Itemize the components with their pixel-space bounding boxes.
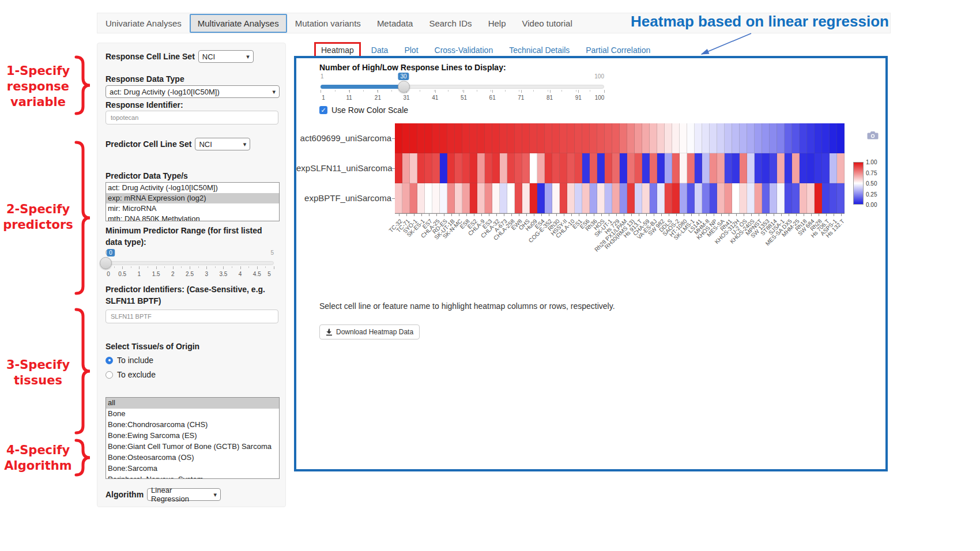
heatmap-cell[interactable]: [642, 153, 650, 183]
heatmap-cell[interactable]: [635, 123, 642, 153]
heatmap-cell[interactable]: [665, 123, 672, 153]
heatmap-cell[interactable]: [545, 183, 552, 213]
heatmap-cell[interactable]: [395, 123, 402, 153]
heatmap-cell[interactable]: [687, 123, 695, 153]
heatmap-cell[interactable]: [612, 123, 620, 153]
heatmap-cell[interactable]: [657, 183, 665, 213]
heatmap-cell[interactable]: [650, 183, 657, 213]
heatmap-cell[interactable]: [732, 123, 740, 153]
heatmap-cell[interactable]: [462, 123, 470, 153]
heatmap-cell[interactable]: [725, 123, 732, 153]
heatmap-cell[interactable]: [747, 153, 755, 183]
heatmap-cell[interactable]: [575, 123, 582, 153]
heatmap-cell[interactable]: [500, 123, 507, 153]
heatmap-cell[interactable]: [837, 183, 845, 213]
heatmap-cell[interactable]: [432, 183, 440, 213]
heatmap-cell[interactable]: [755, 123, 762, 153]
heatmap-cell[interactable]: [432, 153, 440, 183]
heatmap-cell[interactable]: [732, 153, 740, 183]
heatmap-cell[interactable]: [777, 123, 785, 153]
heatmap-cell[interactable]: [695, 183, 702, 213]
tab-cross-validation[interactable]: Cross-Validation: [429, 43, 499, 57]
heatmap-cell[interactable]: [530, 183, 537, 213]
heatmap-cell[interactable]: [747, 183, 755, 213]
heatmap-cell[interactable]: [815, 183, 822, 213]
heatmap-cell[interactable]: [747, 123, 755, 153]
heatmap-cell[interactable]: [770, 153, 777, 183]
predictor-cell-line-set-select[interactable]: NCI ▾: [195, 138, 250, 150]
heatmap-cell[interactable]: [477, 123, 485, 153]
heatmap-cell[interactable]: [500, 183, 507, 213]
nav-item-search-ids[interactable]: Search IDs: [421, 18, 480, 28]
heatmap-cell[interactable]: [582, 183, 590, 213]
heatmap-cell[interactable]: [552, 183, 560, 213]
heatmap-cell[interactable]: [612, 183, 620, 213]
heatmap-cell[interactable]: [485, 153, 492, 183]
heatmap-cell[interactable]: [455, 183, 462, 213]
heatmap-cell[interactable]: [470, 123, 477, 153]
heatmap-cell[interactable]: [492, 183, 500, 213]
heatmap-cell[interactable]: [522, 183, 530, 213]
heatmap-cell[interactable]: [650, 123, 657, 153]
heatmap-cell[interactable]: [402, 183, 410, 213]
predictor-type-option-mth[interactable]: mth: DNA 850K Methylation: [106, 214, 279, 221]
heatmap-cell[interactable]: [680, 123, 687, 153]
min-predictor-range-slider[interactable]: 0500.511.522.533.544.550: [105, 250, 274, 280]
heatmap-cell[interactable]: [425, 183, 432, 213]
heatmap-cell[interactable]: [740, 183, 747, 213]
heatmap-cell[interactable]: [777, 183, 785, 213]
heatmap-cell[interactable]: [545, 153, 552, 183]
heatmap-cell[interactable]: [792, 153, 800, 183]
heatmap-cell[interactable]: [567, 123, 575, 153]
heatmap-cell[interactable]: [567, 183, 575, 213]
heatmap-cell[interactable]: [830, 123, 837, 153]
predictor-type-option-exp[interactable]: exp: mRNA Expression (log2): [106, 193, 279, 203]
heatmap-cell[interactable]: [410, 153, 417, 183]
camera-icon[interactable]: [867, 131, 879, 140]
heatmap-cell[interactable]: [620, 183, 627, 213]
heatmap-cell[interactable]: [402, 123, 410, 153]
tissue-option-bone-chondrosarcoma-chs[interactable]: Bone:Chondrosarcoma (CHS): [106, 420, 279, 431]
heatmap-cell[interactable]: [515, 153, 522, 183]
heatmap-cell[interactable]: [800, 183, 807, 213]
heatmap-cell[interactable]: [785, 183, 792, 213]
response-identifier-input[interactable]: [105, 111, 278, 124]
heatmap-cell[interactable]: [635, 183, 642, 213]
tab-technical-details[interactable]: Technical Details: [503, 43, 575, 57]
heatmap-cell[interactable]: [800, 153, 807, 183]
heatmap-cell[interactable]: [462, 153, 470, 183]
heatmap-cell[interactable]: [620, 153, 627, 183]
heatmap-cell[interactable]: [605, 183, 612, 213]
heatmap-cell[interactable]: [807, 153, 815, 183]
row-color-scale-checkbox[interactable]: ✓: [319, 106, 327, 114]
heatmap-cell[interactable]: [432, 123, 440, 153]
heatmap-cell[interactable]: [627, 153, 635, 183]
heatmap-cell[interactable]: [507, 153, 515, 183]
heatmap-cell[interactable]: [440, 183, 447, 213]
heatmap-cell[interactable]: [792, 123, 800, 153]
heatmap-cell[interactable]: [695, 153, 702, 183]
heatmap-cell[interactable]: [567, 153, 575, 183]
heatmap-cell[interactable]: [770, 123, 777, 153]
heatmap-cell[interactable]: [740, 153, 747, 183]
heatmap-cell[interactable]: [560, 123, 567, 153]
heatmap-cell[interactable]: [537, 153, 545, 183]
heatmap-cell[interactable]: [785, 123, 792, 153]
heatmap-cell[interactable]: [815, 153, 822, 183]
heatmap-row-label[interactable]: expSLFN11_uniSarcoma: [296, 163, 391, 173]
heatmap-cell[interactable]: [702, 183, 710, 213]
heatmap-cell[interactable]: [425, 123, 432, 153]
tissue-option-bone[interactable]: Bone: [106, 409, 279, 420]
heatmap-cell[interactable]: [807, 183, 815, 213]
heatmap-cell[interactable]: [755, 153, 762, 183]
heatmap-cell[interactable]: [492, 153, 500, 183]
heatmap-cell[interactable]: [395, 183, 402, 213]
heatmap-cell[interactable]: [710, 183, 717, 213]
heatmap-cell[interactable]: [657, 123, 665, 153]
heatmap-cell[interactable]: [605, 153, 612, 183]
heatmap-cell[interactable]: [597, 183, 605, 213]
heatmap-row-label[interactable]: act609699_uniSarcoma: [296, 133, 391, 143]
heatmap-cell[interactable]: [665, 153, 672, 183]
heatmap-cell[interactable]: [837, 153, 845, 183]
heatmap-row-label[interactable]: expBPTF_uniSarcoma: [296, 193, 391, 203]
